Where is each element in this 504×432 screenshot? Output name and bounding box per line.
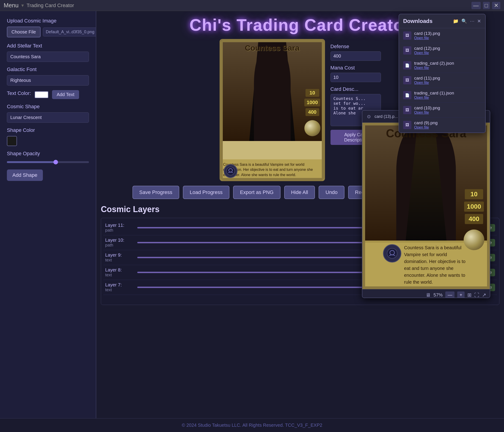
- download-item: 🖼 card (10).png Open file: [399, 103, 485, 118]
- download-file-icon: 📄: [403, 61, 411, 69]
- download-link[interactable]: Open file: [414, 110, 481, 115]
- downloads-title: Downloads: [403, 18, 453, 24]
- downloads-panel: Downloads 📁 🔍 ⋯ ✕ 🖼 card (13).png Open f…: [399, 14, 486, 133]
- download-link[interactable]: Open file: [414, 66, 481, 70]
- add-text-button[interactable]: Add Text: [52, 90, 79, 99]
- stellar-text-label: Add Stellar Text: [7, 43, 89, 49]
- titlebar: Menu ▾ Trading Card Creator — □ ✕: [0, 0, 504, 11]
- download-item: 📄 trading_card (1).json Open file: [399, 88, 485, 103]
- viewer-zoom-out-button[interactable]: —: [445, 291, 454, 298]
- download-file-icon: 🖼: [403, 31, 411, 40]
- maximize-button[interactable]: □: [483, 2, 490, 9]
- viewer-stat-hp: 1000: [464, 202, 484, 212]
- download-name: card (10).png: [414, 105, 481, 110]
- card-logo: [224, 164, 237, 178]
- titlebar-app-name: Trading Card Creator: [27, 2, 74, 9]
- text-color-label: Text Color:: [7, 90, 31, 96]
- download-link[interactable]: Open file: [414, 36, 481, 40]
- image-viewer: ⊙ card (13).p... ↑ ↺ 🗑 ♡ ⋯ — □ ✕ Countes…: [362, 110, 490, 298]
- card-sphere: [304, 120, 320, 136]
- galactic-font-input[interactable]: [7, 75, 89, 85]
- load-progress-button[interactable]: Load Progress: [183, 186, 229, 199]
- card-stat-hp: 1000: [304, 99, 320, 106]
- download-name: card (11).png: [414, 76, 481, 81]
- shape-color-swatch[interactable]: [7, 136, 17, 146]
- card-desc-label: Card Desc...: [331, 86, 381, 92]
- minimize-button[interactable]: —: [471, 2, 481, 9]
- download-link[interactable]: Open file: [414, 96, 481, 100]
- stellar-text-input[interactable]: [7, 52, 89, 62]
- layer-type: path: [105, 228, 135, 233]
- galactic-font-label: Galactic Font: [7, 66, 89, 73]
- export-png-button[interactable]: Export as PNG: [233, 186, 280, 199]
- viewer-stat-mana: 10: [465, 189, 483, 199]
- add-shape-button[interactable]: Add Shape: [7, 169, 43, 181]
- download-link[interactable]: Open file: [414, 125, 481, 129]
- download-file-icon: 🖼: [403, 76, 411, 84]
- download-info: card (11).png Open file: [414, 76, 481, 85]
- card-title: Countess Sara: [220, 44, 324, 53]
- defense-input[interactable]: [331, 51, 381, 61]
- card-stat-def: 400: [306, 108, 319, 116]
- menu-button[interactable]: Menu: [4, 2, 18, 9]
- viewer-fullscreen-icon[interactable]: ⛶: [474, 292, 479, 298]
- text-color-row: Text Color: Add Text: [7, 90, 89, 99]
- layer-type: text: [105, 273, 135, 277]
- svg-point-2: [387, 248, 397, 258]
- file-upload-row: Choose File Default_A_vi..d3f35_0.png: [7, 27, 89, 37]
- download-name: card (12).png: [414, 46, 481, 51]
- download-link[interactable]: Open file: [414, 51, 481, 55]
- download-name: card (9).png: [414, 120, 481, 125]
- close-button[interactable]: ✕: [492, 2, 500, 9]
- layer-type: text: [105, 258, 135, 263]
- download-item: 🖼 card (13).png Open file: [399, 28, 485, 43]
- opacity-slider[interactable]: [7, 161, 89, 163]
- viewer-sphere: [464, 230, 484, 250]
- svg-point-0: [226, 167, 235, 175]
- app-footer: © 2024 Studio Takuetsu LLC. All Rights R…: [0, 418, 504, 432]
- download-file-icon: 🖼: [403, 46, 411, 55]
- viewer-zoom-in-button[interactable]: +: [457, 291, 465, 298]
- card-preview: Countess Sara 10 1000 400: [220, 39, 325, 181]
- text-color-swatch[interactable]: [35, 91, 48, 98]
- download-info: card (9).png Open file: [414, 120, 481, 129]
- viewer-expand-icon[interactable]: ↗: [482, 292, 486, 298]
- defense-label: Defense: [331, 44, 381, 50]
- undo-button[interactable]: Undo: [319, 186, 344, 199]
- layer-name: Layer 9:: [105, 252, 135, 258]
- download-item: 📄 trading_card (2).json Open file: [399, 58, 485, 73]
- cosmic-shape-label: Cosmic Shape: [7, 104, 89, 110]
- download-info: card (10).png Open file: [414, 105, 481, 115]
- download-link[interactable]: Open file: [414, 81, 481, 85]
- viewer-layout-icon[interactable]: ⊞: [467, 292, 471, 298]
- folder-icon[interactable]: 📁: [453, 18, 459, 24]
- search-icon[interactable]: 🔍: [461, 18, 467, 24]
- layer-name: Layer 8:: [105, 267, 135, 273]
- save-progress-button[interactable]: Save Progress: [133, 186, 179, 199]
- downloads-header: Downloads 📁 🔍 ⋯ ✕: [399, 14, 485, 28]
- card-desc-text: Countess Sara is a beautiful Vampire set…: [223, 162, 321, 177]
- viewer-stat-def: 400: [465, 214, 483, 224]
- download-info: card (12).png Open file: [414, 46, 481, 55]
- viewer-monitor-icon: 🖥: [426, 292, 431, 298]
- cosmic-shape-input[interactable]: [7, 112, 89, 123]
- download-item: 🖼 card (9).png Open file: [399, 118, 485, 133]
- viewer-card: Countess Sara 10 1000 400: [362, 123, 490, 289]
- download-name: card (13).png: [414, 31, 481, 36]
- download-name: trading_card (1).json: [414, 91, 481, 96]
- window-controls: — □ ✕: [471, 2, 501, 9]
- close-downloads-icon[interactable]: ✕: [477, 18, 481, 24]
- upload-label: Upload Cosmic Image: [7, 18, 89, 24]
- mana-cost-input[interactable]: [331, 73, 381, 82]
- layer-name: Layer 11:: [105, 223, 135, 228]
- viewer-nav-icon: ⊙: [366, 113, 372, 120]
- hide-all-button[interactable]: Hide All: [284, 186, 315, 199]
- choose-file-button[interactable]: Choose File: [7, 27, 41, 37]
- shape-opacity-label: Shape Opacity: [7, 151, 89, 156]
- more-icon[interactable]: ⋯: [470, 18, 474, 24]
- app-title: Chi's Trading Card Creator: [189, 16, 411, 34]
- download-info: card (13).png Open file: [414, 31, 481, 40]
- download-info: trading_card (1).json Open file: [414, 91, 481, 100]
- layer-type: path: [105, 243, 135, 248]
- opacity-row: [7, 159, 89, 164]
